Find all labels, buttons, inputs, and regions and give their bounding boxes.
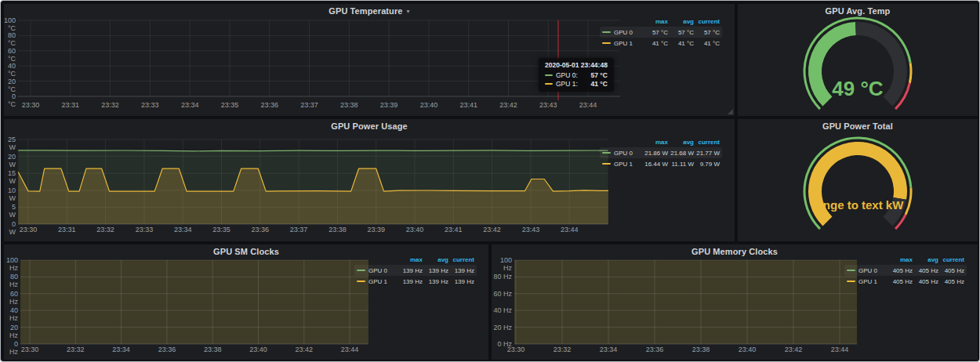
legend-value: 139 Hz: [423, 267, 448, 274]
x-axis-label: 23:44: [569, 101, 607, 109]
chart-plot[interactable]: [18, 139, 608, 229]
series-color-dash-icon: [602, 152, 611, 154]
legend-row: GPU 1405 Hz405 Hz405 Hz: [844, 276, 967, 287]
y-axis-label: 80 Hz: [492, 273, 512, 281]
legend-header-current[interactable]: current: [694, 18, 720, 25]
legend-header-current[interactable]: current: [938, 256, 964, 263]
legend-header-current[interactable]: current: [448, 256, 474, 263]
legend-series-name[interactable]: GPU 1: [858, 278, 887, 285]
legend: maxavgcurrentGPU 021.86 W21.68 W21.77 WG…: [600, 136, 722, 169]
legend-value: 21.77 W: [694, 150, 720, 157]
legend-series-name[interactable]: GPU 0: [858, 267, 887, 274]
panel-title-gpu-power-total[interactable]: GPU Power Total: [738, 121, 978, 131]
series-color-dash-icon: [602, 163, 611, 165]
panel-gpu-power-total: GPU Power Total range to text kW: [738, 119, 978, 241]
legend-row: GPU 021.86 W21.68 W21.77 W: [600, 147, 722, 158]
y-axis-label: 20 W: [4, 153, 16, 168]
legend-header-avg[interactable]: avg: [913, 256, 938, 263]
x-axis-label: 23:31: [52, 101, 89, 109]
y-axis-label: 100 Hz: [492, 256, 512, 272]
tooltip-rows: GPU 0:57 °CGPU 1:41 °C: [545, 71, 608, 88]
legend-header-max[interactable]: max: [642, 18, 668, 25]
legend-series-name[interactable]: GPU 1: [614, 161, 642, 168]
legend-header-max[interactable]: max: [642, 139, 668, 146]
legend-value: 405 Hz: [887, 267, 913, 274]
legend-header-max[interactable]: max: [887, 256, 913, 263]
panel-gpu-temperature: GPU Temperature▾ 2020-05-01 23:44:48 GPU…: [4, 4, 735, 116]
legend-header-avg[interactable]: avg: [668, 18, 694, 25]
legend-value: 11.11 W: [668, 161, 694, 168]
legend-series-name[interactable]: GPU 0: [368, 267, 397, 274]
legend-value: 405 Hz: [887, 278, 913, 285]
grafana-dashboard: GPU Temperature▾ 2020-05-01 23:44:48 GPU…: [0, 0, 980, 362]
series-color-dash-icon: [545, 83, 553, 85]
y-axis-label: 100 Hz: [4, 256, 18, 272]
gauge-value-text: 49 °C: [832, 77, 884, 100]
legend-series-name[interactable]: GPU 0: [614, 29, 642, 36]
x-axis-label: 23:43: [529, 101, 567, 109]
x-axis-label: 23:34: [171, 101, 209, 109]
y-axis-label: 20 Hz: [492, 324, 512, 331]
legend-value: 57 °C: [694, 29, 720, 36]
panel-title-gpu-power-usage[interactable]: GPU Power Usage: [4, 121, 735, 131]
panel-title-gpu-avg-temp[interactable]: GPU Avg. Temp: [738, 6, 978, 16]
chart-plot[interactable]: [18, 20, 620, 101]
legend-value: 139 Hz: [448, 267, 474, 274]
tooltip-row: GPU 1:41 °C: [545, 80, 608, 88]
legend-row: GPU 057 °C57 °C57 °C: [600, 27, 722, 38]
panel-title-text: GPU Temperature: [328, 6, 402, 16]
x-axis-label: 23:32: [92, 101, 129, 109]
x-axis-label: 23:42: [489, 101, 527, 109]
chart-tooltip: 2020-05-01 23:44:48 GPU 0:57 °CGPU 1:41 …: [539, 58, 614, 92]
tooltip-row: GPU 0:57 °C: [545, 71, 608, 79]
legend-row: GPU 116.44 W11.11 W9.79 W: [600, 158, 722, 169]
legend-value: 16.44 W: [642, 161, 668, 168]
series-color-dash-icon: [847, 270, 855, 271]
panel-gpu-avg-temp: GPU Avg. Temp 49 °C: [738, 4, 978, 116]
panel-resize-handle[interactable]: [728, 109, 733, 114]
x-axis-label: 23:35: [211, 101, 249, 109]
legend-header-avg[interactable]: avg: [423, 256, 448, 263]
x-axis-label: 23:39: [370, 101, 408, 109]
legend: maxavgcurrentGPU 0139 Hz139 Hz139 HzGPU …: [354, 254, 477, 287]
x-axis-label: 23:33: [131, 101, 169, 109]
panel-title-text: GPU SM Clocks: [213, 247, 279, 256]
series-color-dash-icon: [847, 281, 855, 282]
panel-title-text: GPU Power Total: [822, 121, 893, 131]
tooltip-series-value: 41 °C: [583, 80, 608, 88]
y-axis-label: 80 Hz: [4, 273, 18, 288]
legend-value: 21.86 W: [642, 150, 668, 157]
legend-header-max[interactable]: max: [397, 256, 423, 263]
legend-row: GPU 141 °C41 °C41 °C: [600, 38, 722, 49]
legend: maxavgcurrentGPU 057 °C57 °C57 °CGPU 141…: [600, 16, 722, 49]
y-axis-label: 60 Hz: [4, 290, 18, 306]
legend-header-current[interactable]: current: [694, 139, 720, 146]
series-color-dash-icon: [545, 74, 553, 76]
legend-value: 41 °C: [694, 40, 720, 47]
legend-row: GPU 0139 Hz139 Hz139 Hz: [354, 265, 477, 276]
tooltip-timestamp: 2020-05-01 23:44:48: [545, 61, 608, 69]
y-axis-label: 25 W: [4, 136, 16, 151]
legend-series-name[interactable]: GPU 1: [614, 40, 642, 47]
x-axis-label: 23:36: [251, 101, 289, 109]
legend-value: 405 Hz: [938, 278, 964, 285]
x-axis-label: 23:37: [291, 101, 328, 109]
legend-series-name[interactable]: GPU 1: [368, 278, 397, 285]
legend-value: 9.79 W: [694, 161, 720, 168]
legend-series-name[interactable]: GPU 0: [614, 150, 642, 157]
y-axis-label: 40 °C: [4, 62, 16, 78]
legend-value: 21.68 W: [668, 150, 694, 157]
tooltip-series-value: 57 °C: [583, 71, 608, 79]
x-axis-label: 23:38: [330, 101, 368, 109]
chart-plot[interactable]: [514, 260, 857, 349]
series-color-dash-icon: [602, 31, 611, 33]
chart-plot[interactable]: [20, 260, 368, 349]
panel-title-text: GPU Avg. Temp: [826, 6, 891, 16]
y-axis-label: 10 W: [4, 186, 16, 202]
y-axis-label: 100 °C: [4, 16, 16, 32]
y-axis-label: 20 Hz: [4, 324, 18, 339]
y-axis-label: 40 Hz: [4, 306, 18, 322]
legend-header-avg[interactable]: avg: [668, 139, 694, 146]
series-color-dash-icon: [357, 270, 365, 271]
panel-title-gpu-temperature[interactable]: GPU Temperature▾: [4, 6, 735, 16]
